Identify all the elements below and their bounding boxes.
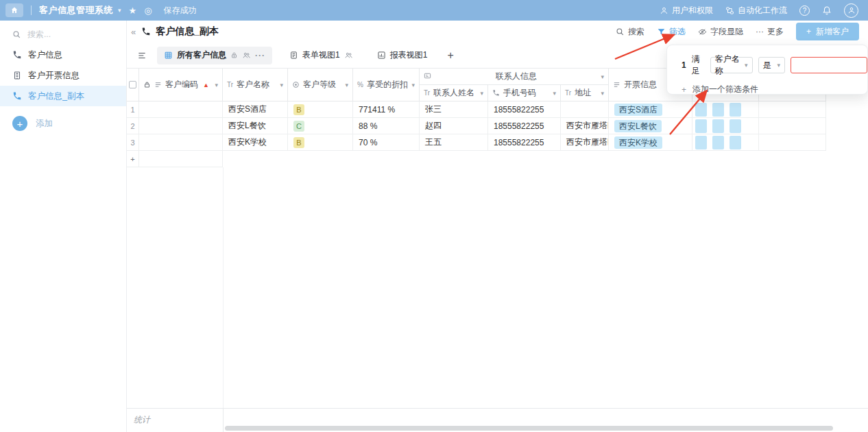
tab-more-icon[interactable]: ··· [255,51,265,60]
attachment-thumb[interactable] [712,136,724,149]
attachment-thumb[interactable] [695,119,707,133]
attachment-thumb[interactable] [730,119,741,133]
search-button[interactable]: 搜索 [616,26,644,38]
chevron-down-icon[interactable]: ▾ [601,73,604,80]
filter-button[interactable]: 筛选 [657,26,686,38]
cell-phone[interactable]: 18555822255 [488,101,561,118]
bell-icon[interactable] [822,5,832,15]
column-header-discount[interactable]: % 享受的折扣 ▾ [353,69,420,101]
operator-select[interactable]: 是 ▾ [758,57,785,73]
chevron-down-icon[interactable]: ▾ [480,90,483,97]
warning-icon: ▲ [203,82,209,88]
horizontal-scrollbar[interactable] [225,426,833,431]
cell-name[interactable]: 西安S酒店 [223,101,288,118]
search-input[interactable] [27,29,103,39]
cell-attachments[interactable] [692,134,759,151]
row-number[interactable]: 2 [127,118,139,134]
column-header-level[interactable]: 客户等级 ▾ [288,69,353,101]
search-icon [12,30,21,39]
sidebar-item-customer-info[interactable]: 客户信息 [0,45,126,65]
row-number[interactable]: 3 [127,134,139,151]
cell-discount[interactable]: 771411 % [353,101,420,118]
more-button[interactable]: ··· 更多 [756,26,784,38]
home-button[interactable] [5,3,23,17]
cell-level[interactable]: B [288,134,353,151]
cell-name[interactable]: 西安K学校 [223,134,288,151]
more-label: 更多 [767,26,784,38]
collapse-sidebar-button[interactable]: « [131,27,136,37]
attachment-thumb[interactable] [695,136,707,149]
add-table-button[interactable]: + 添加 [12,116,126,131]
add-row-button[interactable]: + [127,151,139,167]
chevron-down-icon[interactable]: ▾ [411,82,415,88]
cell-contact-name[interactable]: 赵四 [420,118,488,134]
cell-extra[interactable] [759,134,826,151]
cell-discount[interactable]: 70 % [353,134,420,151]
stats-label[interactable]: 统计 [134,414,150,426]
cell-invoice[interactable]: 西安K学校 [609,134,692,151]
cell-phone[interactable]: 18555822255 [488,118,561,134]
row-number[interactable]: 1 [127,101,139,118]
users-permissions-button[interactable]: 用户和权限 [660,5,713,16]
attachment-thumb[interactable] [730,136,741,149]
cell-name[interactable]: 西安L餐饮 [223,118,288,134]
app-title[interactable]: 客户信息管理系统 [39,4,113,16]
field-select[interactable]: 客户名称 ▾ [710,57,753,73]
cell-attachments[interactable] [692,101,759,118]
column-header-name[interactable]: Tr 客户名称 ▾ [223,69,288,101]
attachment-thumb[interactable] [712,103,724,117]
cell-code[interactable] [139,134,223,151]
sidebar-item-customer-copy[interactable]: 客户信息_副本 [0,86,126,106]
cell-attachments[interactable] [692,118,759,134]
cell-level[interactable]: B [288,101,353,118]
add-row-cell[interactable] [139,151,223,167]
select-field-icon [292,81,300,88]
chevron-down-icon[interactable]: ▾ [118,7,121,14]
column-header-contact-name[interactable]: Tr 联系人姓名 ▾ [420,85,488,101]
cell-address[interactable]: 西安市雁塔区科技... [561,118,609,134]
column-header-phone[interactable]: 手机号码 ▾ [488,85,561,101]
cell-discount[interactable]: 88 % [353,118,420,134]
sidebar-search[interactable] [12,29,117,39]
filter-value-input[interactable] [791,57,867,73]
cell-code[interactable] [139,118,223,134]
cell-code[interactable] [139,101,223,118]
chevron-down-icon[interactable]: ▾ [553,90,556,97]
attachment-thumb[interactable] [695,103,707,117]
column-group-header[interactable]: 联系人信息 ▾ [420,69,609,85]
cell-invoice[interactable]: 西安S酒店 [609,101,692,118]
cell-contact-name[interactable]: 张三 [420,101,488,118]
cell-phone[interactable]: 18555822255 [488,134,561,151]
select-all-checkbox[interactable] [127,69,139,101]
cell-address[interactable] [561,101,609,118]
chevron-down-icon[interactable]: ▾ [601,90,604,97]
person-icon [660,6,668,15]
view-tab-form[interactable]: 表单视图1 [282,47,360,64]
new-customer-button[interactable]: + 新增客户 [796,23,859,40]
avatar[interactable] [844,3,858,18]
cell-contact-name[interactable]: 王五 [420,134,488,151]
view-tab-grid[interactable]: 所有客户信息 ··· [157,47,272,64]
sidebar-item-invoice-info[interactable]: 客户开票信息 [0,65,126,86]
fields-visibility-button[interactable]: 字段显隐 [698,26,743,38]
cell-level[interactable]: C [288,118,353,134]
column-header-address[interactable]: Tr 地址 ▾ [561,85,609,101]
chevron-down-icon[interactable]: ▾ [345,82,348,88]
add-condition-button[interactable]: + 添加一个筛选条件 [682,84,867,95]
help-button[interactable]: ? [799,5,810,16]
automation-button[interactable]: 自动化工作流 [725,5,787,16]
chevron-down-icon[interactable]: ▾ [280,82,283,88]
chevron-down-icon[interactable]: ▾ [215,82,218,88]
cell-extra[interactable] [759,101,826,118]
attachment-thumb[interactable] [730,103,741,117]
record-circle-icon[interactable]: ◎ [144,5,152,16]
add-view-button[interactable]: + [447,49,453,62]
view-tab-report[interactable]: 报表视图1 [370,47,435,64]
cell-address[interactable]: 西安市雁塔区科技... [561,134,609,151]
column-header-code[interactable]: 客户编码 ▲ ▾ [139,69,223,101]
cell-extra[interactable] [759,118,826,134]
attachment-thumb[interactable] [712,119,724,133]
star-icon[interactable]: ★ [129,5,137,16]
view-menu-button[interactable] [137,51,147,60]
cell-invoice[interactable]: 西安L餐饮 [609,118,692,134]
